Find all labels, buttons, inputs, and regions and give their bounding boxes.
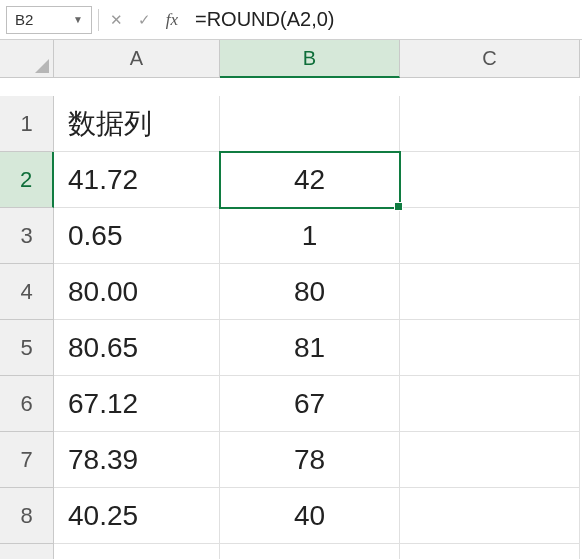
col-header-C[interactable]: C [400, 40, 580, 78]
cell-B8[interactable]: 40 [220, 488, 400, 544]
cancel-icon[interactable]: ✕ [105, 8, 127, 32]
cell-C5[interactable] [400, 320, 580, 376]
row-header-3[interactable]: 3 [0, 208, 54, 264]
cell-B6[interactable]: 67 [220, 376, 400, 432]
confirm-icon[interactable]: ✓ [133, 8, 155, 32]
col-header-A[interactable]: A [54, 40, 220, 78]
name-box[interactable]: B2 ▼ [6, 6, 92, 34]
formula-bar: B2 ▼ ✕ ✓ fx =ROUND(A2,0) [0, 0, 582, 40]
row-header-7[interactable]: 7 [0, 432, 54, 488]
cell-A6[interactable]: 67.12 [54, 376, 220, 432]
cell-C6[interactable] [400, 376, 580, 432]
cell-B5[interactable]: 81 [220, 320, 400, 376]
formula-input[interactable]: =ROUND(A2,0) [189, 6, 576, 34]
row-header-6[interactable]: 6 [0, 376, 54, 432]
row-header-9[interactable] [0, 544, 54, 559]
spreadsheet-grid: A B C 1 数据列 2 41.72 42 3 0.65 1 4 80.00 … [0, 40, 582, 559]
col-header-B[interactable]: B [220, 40, 400, 78]
cell-A1[interactable]: 数据列 [54, 96, 220, 152]
cell-B9[interactable] [220, 544, 400, 559]
cell-C7[interactable] [400, 432, 580, 488]
row-header-5[interactable]: 5 [0, 320, 54, 376]
name-box-value: B2 [15, 11, 33, 28]
cell-A3[interactable]: 0.65 [54, 208, 220, 264]
cell-A2[interactable]: 41.72 [54, 152, 220, 208]
row-header-2[interactable]: 2 [0, 152, 54, 208]
select-all-corner[interactable] [0, 40, 54, 78]
row-header-8[interactable]: 8 [0, 488, 54, 544]
cell-B2[interactable]: 42 [220, 152, 400, 208]
cell-C8[interactable] [400, 488, 580, 544]
chevron-down-icon: ▼ [73, 14, 83, 25]
cell-C9[interactable] [400, 544, 580, 559]
separator [98, 9, 99, 31]
row-header-4[interactable]: 4 [0, 264, 54, 320]
cell-C1[interactable] [400, 96, 580, 152]
cell-B1[interactable] [220, 96, 400, 152]
cell-A4[interactable]: 80.00 [54, 264, 220, 320]
cell-A7[interactable]: 78.39 [54, 432, 220, 488]
cell-A8[interactable]: 40.25 [54, 488, 220, 544]
cell-C3[interactable] [400, 208, 580, 264]
cell-B3[interactable]: 1 [220, 208, 400, 264]
cell-B4[interactable]: 80 [220, 264, 400, 320]
cell-A9[interactable] [54, 544, 220, 559]
row-header-1[interactable]: 1 [0, 96, 54, 152]
cell-C2[interactable] [400, 152, 580, 208]
cell-A5[interactable]: 80.65 [54, 320, 220, 376]
cell-C4[interactable] [400, 264, 580, 320]
fx-icon[interactable]: fx [161, 8, 183, 32]
cell-B7[interactable]: 78 [220, 432, 400, 488]
